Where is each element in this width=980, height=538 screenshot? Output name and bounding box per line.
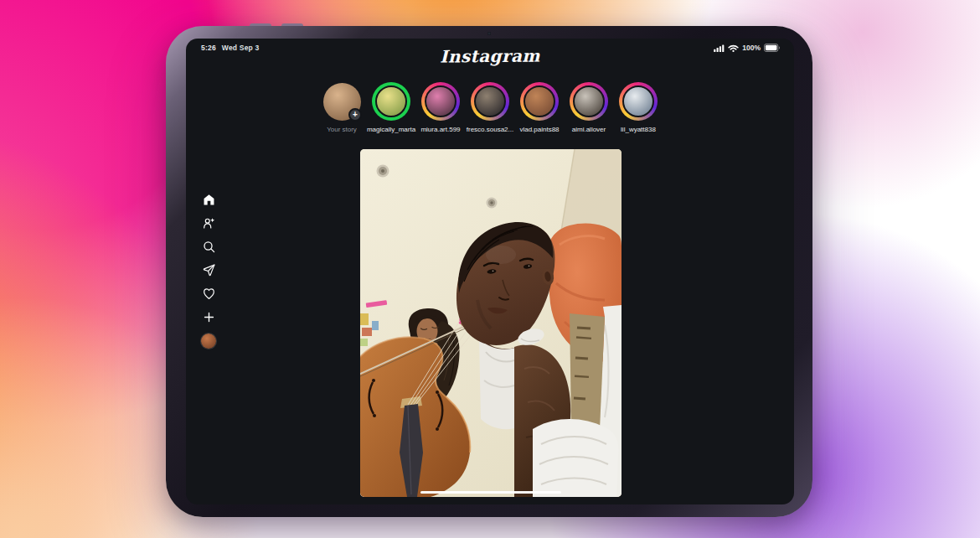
story-avatar: [524, 85, 555, 117]
sidebar-item-home[interactable]: [199, 193, 219, 207]
story-item[interactable]: lil_wyatt838: [615, 82, 663, 133]
heart-icon: [202, 287, 216, 301]
story-ring: +: [322, 82, 361, 121]
story-username: lil_wyatt838: [621, 126, 656, 133]
story-username: vlad.paints88: [519, 126, 559, 133]
sidebar-item-search[interactable]: [199, 240, 219, 254]
reel-photo-art: [360, 149, 622, 497]
story-ring: [421, 82, 460, 121]
story-item[interactable]: miura.art.599: [417, 82, 465, 133]
ipad-device: 5:26 Wed Sep 3 100%: [166, 26, 812, 517]
story-username: aimi.allover: [572, 126, 606, 133]
story-username: Your story: [327, 126, 357, 133]
sidebar-item-friends[interactable]: [199, 216, 219, 230]
story-ring: [520, 82, 559, 121]
sidebar-item-profile[interactable]: [199, 334, 219, 348]
person-star-icon: [202, 216, 216, 230]
story-item[interactable]: aimi.allover: [565, 82, 613, 133]
story-avatar: [425, 85, 456, 117]
plus-icon: [202, 310, 216, 324]
story-avatar: [474, 85, 506, 117]
story-avatar: [573, 85, 605, 117]
story-ring: [372, 82, 410, 121]
sidebar-nav: [193, 193, 224, 348]
search-icon: [202, 240, 216, 254]
post-media[interactable]: [360, 149, 622, 497]
story-username: magically_marta: [367, 126, 415, 133]
story-ring: [471, 82, 509, 121]
front-camera-dot: [487, 32, 491, 35]
home-icon: [202, 193, 216, 207]
profile-avatar: [201, 334, 216, 349]
paper-plane-icon: [202, 263, 216, 277]
story-ring: [619, 82, 658, 121]
desktop-wallpaper: 5:26 Wed Sep 3 100%: [0, 0, 980, 538]
instagram-app-screen: 5:26 Wed Sep 3 100%: [186, 39, 794, 504]
sidebar-item-messages[interactable]: [199, 263, 219, 277]
story-item[interactable]: + Your story: [318, 82, 366, 133]
add-story-icon[interactable]: +: [348, 108, 362, 122]
story-username: miura.art.599: [420, 126, 460, 133]
story-avatar: [622, 85, 654, 117]
stories-row: + Your story magically_marta: [186, 82, 794, 133]
story-ring: [570, 82, 608, 121]
story-item[interactable]: magically_marta: [368, 82, 415, 133]
video-progress-bar: [420, 491, 561, 494]
sidebar-item-notifications[interactable]: [199, 287, 219, 301]
story-item[interactable]: fresco.sousa2...: [467, 82, 514, 133]
sidebar-item-create[interactable]: [199, 310, 219, 324]
story-avatar: [375, 85, 407, 117]
story-item[interactable]: vlad.paints88: [516, 82, 564, 133]
instagram-logo: Instagram: [186, 44, 794, 69]
story-username: fresco.sousa2...: [467, 126, 513, 133]
